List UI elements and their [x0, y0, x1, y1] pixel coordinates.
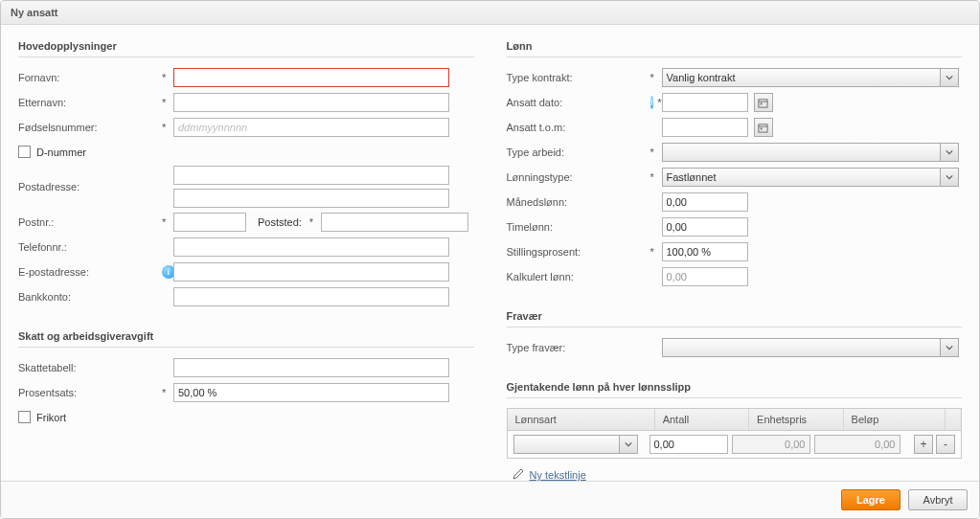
- label-lonningstype: Lønningstype:: [507, 171, 650, 183]
- required-mark: *: [162, 97, 173, 108]
- frikort-label: Frikort: [36, 412, 66, 423]
- kalkulert-lonn-output: [662, 267, 748, 286]
- chevron-down-icon: [619, 436, 637, 453]
- label-poststed: Poststed:: [258, 216, 302, 228]
- label-ansatt-dato: Ansatt dato:: [507, 97, 563, 108]
- save-button[interactable]: Lagre: [841, 489, 900, 510]
- label-kalkulert-lonn: Kalkulert lønn:: [507, 271, 650, 282]
- label-skattetabell: Skattetabell:: [18, 362, 162, 373]
- required-mark: *: [162, 122, 173, 133]
- label-telefonnr: Telefonnr.:: [18, 241, 162, 253]
- left-column: Hovedopplysninger Fornavn: * Etternavn: …: [18, 38, 474, 482]
- checkbox-box: [18, 146, 31, 158]
- label-type-fravaer: Type fravær:: [507, 342, 650, 353]
- d-nummer-checkbox[interactable]: D-nummer: [18, 146, 86, 158]
- chevron-down-icon: [940, 69, 958, 86]
- prosentsats-input[interactable]: [173, 383, 449, 402]
- stillingsprosent-input[interactable]: [662, 242, 748, 261]
- label-fodselsnummer: Fødselsnummer:: [18, 122, 162, 133]
- required-mark: *: [162, 72, 173, 83]
- fodselsnummer-input[interactable]: [173, 118, 449, 137]
- required-mark: *: [650, 246, 662, 258]
- right-column: Lønn Type kontrakt: * Vanlig kontrakt An…: [507, 38, 963, 482]
- svg-rect-0: [759, 99, 767, 106]
- belop-input: [814, 435, 900, 454]
- required-mark: *: [650, 72, 662, 83]
- remove-row-button[interactable]: -: [936, 435, 955, 454]
- chevron-down-icon: [940, 169, 958, 186]
- col-belop: Beløp: [844, 409, 946, 430]
- svg-rect-5: [761, 127, 763, 129]
- postadresse-input-1[interactable]: [173, 166, 449, 185]
- label-stillingsprosent: Stillingsprosent:: [507, 246, 650, 258]
- required-mark: *: [309, 216, 313, 228]
- manedslonn-input[interactable]: [662, 192, 748, 212]
- chevron-down-icon: [940, 339, 958, 356]
- required-mark: *: [162, 216, 173, 228]
- section-fravaer: Fravær: [507, 308, 963, 327]
- label-type-kontrakt: Type kontrakt:: [507, 72, 650, 83]
- svg-rect-3: [759, 124, 767, 131]
- label-manedslonn: Månedslønn:: [507, 196, 650, 208]
- label-prosentsats: Prosentsats:: [18, 387, 162, 398]
- label-ansatt-tom: Ansatt t.o.m:: [507, 122, 650, 133]
- type-fravaer-select[interactable]: [662, 338, 959, 357]
- ansatt-dato-input[interactable]: [662, 93, 748, 112]
- skattetabell-input[interactable]: [173, 358, 449, 377]
- section-skatt: Skatt og arbeidsgiveravgift: [18, 328, 474, 348]
- table-row: + -: [508, 431, 962, 458]
- ansatt-tom-input[interactable]: [662, 118, 748, 137]
- type-kontrakt-value: Vanlig kontrakt: [667, 72, 736, 83]
- chevron-down-icon: [940, 144, 958, 161]
- required-mark: *: [162, 387, 173, 398]
- calendar-icon[interactable]: [754, 93, 773, 112]
- cancel-button[interactable]: Avbryt: [908, 489, 968, 510]
- section-gjentakende: Gjentakende lønn på hver lønnsslipp: [507, 379, 963, 398]
- add-row-button[interactable]: +: [914, 435, 933, 454]
- label-bankkonto: Bankkonto:: [18, 291, 162, 303]
- lonningstype-select[interactable]: Fastlønnet: [662, 168, 959, 187]
- recurring-table: Lønnsart Antall Enhetspris Beløp: [507, 408, 963, 459]
- label-type-arbeid: Type arbeid:: [507, 147, 650, 158]
- postnr-input[interactable]: [173, 213, 246, 232]
- window-title: Ny ansatt: [1, 1, 979, 25]
- ny-tekstlinje-link[interactable]: Ny tekstlinje: [530, 469, 586, 481]
- label-etternavn: Etternavn:: [18, 97, 162, 108]
- fornavn-input[interactable]: [173, 68, 449, 87]
- calendar-icon[interactable]: [754, 118, 773, 137]
- label-fornavn: Fornavn:: [18, 72, 162, 83]
- col-enhetspris: Enhetspris: [749, 409, 843, 430]
- enhetspris-input: [732, 435, 810, 454]
- frikort-checkbox[interactable]: Frikort: [18, 411, 66, 423]
- antall-input[interactable]: [650, 435, 728, 454]
- type-kontrakt-select[interactable]: Vanlig kontrakt: [662, 68, 959, 87]
- lonningstype-value: Fastlønnet: [667, 171, 717, 183]
- epost-input[interactable]: [173, 262, 449, 282]
- timelonn-input[interactable]: [662, 217, 748, 237]
- pencil-icon: [513, 468, 524, 482]
- postadresse-input-2[interactable]: [173, 189, 449, 208]
- required-mark: *: [650, 147, 662, 158]
- label-timelonn: Timelønn:: [507, 221, 650, 233]
- lonnsart-select[interactable]: [513, 435, 638, 454]
- col-antall: Antall: [655, 409, 749, 430]
- section-lonn: Lønn: [507, 38, 963, 57]
- poststed-input[interactable]: [321, 213, 468, 232]
- telefonnr-input[interactable]: [173, 237, 449, 257]
- etternavn-input[interactable]: [173, 93, 449, 112]
- required-mark: *: [650, 171, 662, 183]
- col-lonnsart: Lønnsart: [508, 409, 655, 430]
- type-arbeid-select[interactable]: [662, 143, 959, 162]
- label-postadresse: Postadresse:: [18, 181, 162, 192]
- dialog-footer: Lagre Avbryt: [1, 481, 979, 518]
- label-postnr: Postnr.:: [18, 216, 162, 228]
- section-hovedopplysninger: Hovedopplysninger: [18, 38, 474, 57]
- label-epost: E-postadresse:: [18, 266, 89, 278]
- svg-rect-2: [761, 102, 763, 104]
- checkbox-box: [18, 411, 31, 423]
- info-icon[interactable]: i: [650, 96, 654, 109]
- d-nummer-label: D-nummer: [36, 147, 86, 158]
- bankkonto-input[interactable]: [173, 287, 449, 306]
